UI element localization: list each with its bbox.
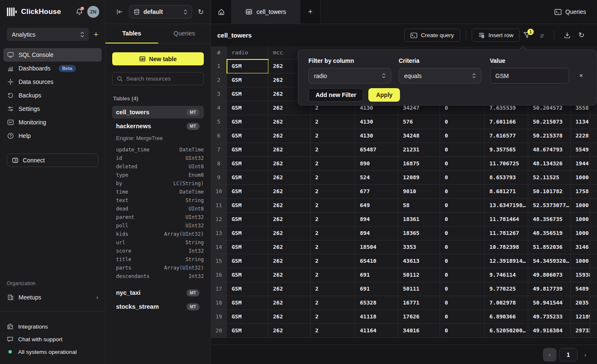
- footer-item-all-systems-operational[interactable]: All systems operational: [0, 345, 105, 358]
- grid-cell[interactable]: 65487: [355, 143, 398, 157]
- filter-column-select[interactable]: radio: [308, 68, 391, 84]
- grid-cell[interactable]: 649: [355, 199, 398, 213]
- apply-filter-button[interactable]: Apply: [368, 88, 400, 102]
- grid-cell[interactable]: 0: [440, 226, 485, 240]
- grid-cell[interactable]: 8.653793: [485, 171, 528, 185]
- grid-cell[interactable]: 48.134326: [528, 157, 571, 171]
- remove-filter-button[interactable]: ×: [579, 72, 583, 79]
- grid-cell[interactable]: GSM: [227, 240, 268, 254]
- grid-cell[interactable]: 11.706725: [485, 157, 528, 171]
- grid-cell[interactable]: 48.356735: [528, 213, 571, 226]
- refresh-tables-button[interactable]: ↻: [198, 8, 204, 16]
- filter-criteria-select[interactable]: equals: [399, 68, 481, 84]
- grid-cell[interactable]: 2: [311, 171, 355, 185]
- grid-cell[interactable]: 262: [268, 115, 311, 129]
- grid-cell[interactable]: 262: [268, 296, 311, 310]
- grid-cell[interactable]: 2: [311, 143, 355, 157]
- sidebar-item-monitoring[interactable]: Monitoring: [3, 116, 102, 129]
- sidebar-item-meetups[interactable]: Meetups›: [3, 291, 102, 304]
- sidebar-item-sql-console[interactable]: SQL Console: [3, 48, 102, 62]
- grid-cell[interactable]: 0: [440, 157, 485, 171]
- grid-cell[interactable]: 65328: [355, 296, 398, 310]
- grid-cell[interactable]: 524: [355, 171, 398, 185]
- grid-cell[interactable]: 18504: [355, 240, 398, 254]
- add-new-filter-button[interactable]: Add new Filter: [308, 88, 363, 102]
- filter-button[interactable]: 1: [521, 32, 532, 39]
- current-page-button[interactable]: 1: [559, 348, 578, 361]
- grid-cell[interactable]: 12089: [398, 171, 440, 185]
- grid-cell[interactable]: GSM: [227, 129, 268, 143]
- grid-cell[interactable]: 262: [268, 213, 311, 226]
- table-item-hackernews[interactable]: hackernewsMT: [112, 120, 204, 132]
- sort-button[interactable]: ↓↑: [536, 32, 547, 39]
- grid-cell[interactable]: 691: [355, 282, 398, 296]
- grid-cell[interactable]: 50.941544: [528, 296, 571, 310]
- grid-cell[interactable]: GSM: [227, 296, 268, 310]
- grid-cell[interactable]: 29733: [571, 324, 590, 338]
- grid-cell[interactable]: 18361: [398, 213, 440, 226]
- grid-cell[interactable]: GSM: [227, 87, 268, 101]
- grid-cell[interactable]: 52.5373077…: [528, 199, 571, 213]
- grid-cell[interactable]: 49.735233: [528, 310, 571, 324]
- grid-cell[interactable]: 50111: [398, 282, 440, 296]
- table-item-cell-towers[interactable]: cell_towersMT: [112, 106, 204, 119]
- grid-cell[interactable]: 41164: [355, 324, 398, 338]
- grid-cell[interactable]: 262: [268, 310, 311, 324]
- grid-cell[interactable]: GSM: [227, 226, 268, 240]
- sidebar-item-help[interactable]: Help: [3, 129, 102, 143]
- grid-cell[interactable]: 0: [440, 115, 485, 129]
- sidebar-item-data-sources[interactable]: Data sources: [3, 75, 102, 89]
- table-item-stocks-stream[interactable]: stocks_streamMT: [112, 300, 204, 313]
- previous-page-button[interactable]: ‹: [543, 348, 556, 361]
- grid-cell[interactable]: 7.601166: [485, 115, 528, 129]
- search-input[interactable]: [126, 75, 199, 82]
- grid-cell[interactable]: 4130: [355, 115, 398, 129]
- grid-cell[interactable]: 894: [355, 213, 398, 226]
- grid-cell[interactable]: 5489: [571, 282, 590, 296]
- grid-cell[interactable]: 7.002978: [485, 296, 528, 310]
- add-workspace-button[interactable]: +: [94, 30, 98, 38]
- grid-cell[interactable]: 0: [440, 254, 485, 268]
- explorer-tab-queries[interactable]: Queries: [158, 24, 211, 43]
- grid-cell[interactable]: 1758: [571, 185, 590, 199]
- grid-cell[interactable]: 34248: [398, 129, 440, 143]
- grid-cell[interactable]: 2: [311, 129, 355, 143]
- grid-cell[interactable]: 1000: [571, 226, 590, 240]
- grid-cell[interactable]: 9010: [398, 185, 440, 199]
- grid-cell[interactable]: GSM: [227, 101, 268, 115]
- grid-cell[interactable]: 0: [440, 296, 485, 310]
- grid-cell[interactable]: 2: [311, 185, 355, 199]
- grid-cell[interactable]: 1134: [571, 115, 590, 129]
- grid-cell[interactable]: 2: [311, 254, 355, 268]
- grid-cell[interactable]: 10.782398: [485, 240, 528, 254]
- grid-cell[interactable]: 0: [440, 268, 485, 282]
- grid-cell[interactable]: 11.781267: [485, 226, 528, 240]
- grid-cell[interactable]: 34016: [398, 324, 440, 338]
- grid-cell[interactable]: 6.52050200…: [485, 324, 528, 338]
- grid-cell[interactable]: 52.11525: [528, 171, 571, 185]
- grid-cell[interactable]: 2228: [571, 129, 590, 143]
- grid-cell[interactable]: GSM: [227, 157, 268, 171]
- grid-cell[interactable]: 691: [355, 268, 398, 282]
- grid-cell[interactable]: 18365: [398, 226, 440, 240]
- grid-cell[interactable]: 16771: [398, 296, 440, 310]
- grid-cell[interactable]: 2: [311, 310, 355, 324]
- grid-cell[interactable]: GSM: [227, 115, 268, 129]
- grid-cell[interactable]: 8.681271: [485, 185, 528, 199]
- grid-cell[interactable]: 262: [268, 157, 311, 171]
- grid-cell[interactable]: GSM: [227, 171, 268, 185]
- connect-button[interactable]: Connect: [7, 154, 98, 167]
- grid-cell[interactable]: 0: [440, 185, 485, 199]
- grid-cell[interactable]: 1000: [571, 213, 590, 226]
- grid-cell[interactable]: 262: [268, 324, 311, 338]
- grid-cell[interactable]: 1000: [571, 254, 590, 268]
- grid-cell[interactable]: 1000: [571, 171, 590, 185]
- grid-cell[interactable]: 0: [440, 199, 485, 213]
- sidebar-item-backups[interactable]: Backups: [3, 89, 102, 102]
- grid-cell[interactable]: 54.3459320…: [528, 254, 571, 268]
- new-table-button[interactable]: New table: [112, 52, 204, 65]
- grid-cell[interactable]: 262: [268, 185, 311, 199]
- table-item-nyc-taxi[interactable]: nyc_taxiMT: [112, 286, 204, 299]
- grid-cell[interactable]: 50.215073: [528, 115, 571, 129]
- grid-cell[interactable]: 2: [311, 213, 355, 226]
